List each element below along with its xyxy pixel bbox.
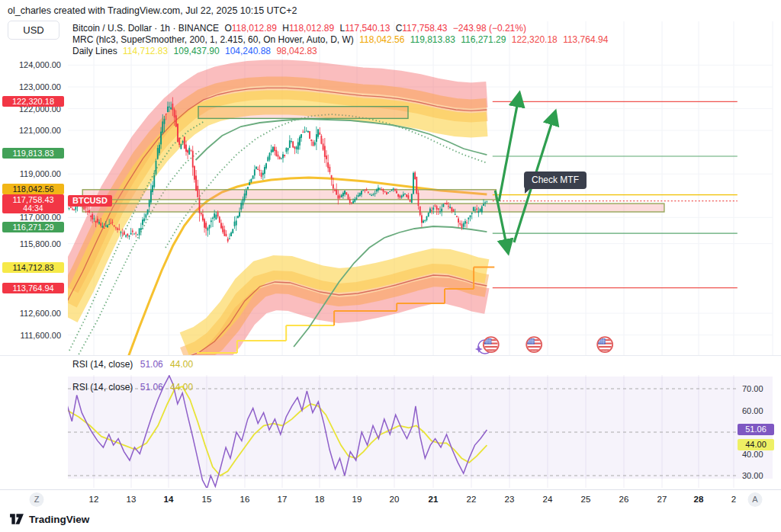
legend-daily-lines-row[interactable]: Daily Lines 114,712.83 109,437.90 104,24… xyxy=(72,46,608,57)
price-tick: 111,600.00 xyxy=(2,331,61,340)
close-value: 117,758.43 xyxy=(402,23,447,34)
price-badge: 118,042.56 xyxy=(2,184,64,194)
tradingview-brand-text[interactable]: TradingView xyxy=(29,514,89,525)
price-tick: 117,000.00 xyxy=(2,213,61,222)
rsi-inpane-label: RSI (14, close) 51.06 44.00 xyxy=(72,382,193,393)
open-label: O xyxy=(224,23,231,34)
price-badge: 117,758.4344:34 xyxy=(2,194,64,213)
rsi-value: 51.06 xyxy=(140,382,163,393)
symbol-price-tag: BTCUSD xyxy=(68,195,112,207)
time-axis-edge-marker[interactable]: A xyxy=(748,492,763,507)
mrc-value: 122,320.18 xyxy=(512,34,558,45)
time-axis-label: 28 xyxy=(694,495,704,504)
time-axis-label: 17 xyxy=(278,495,288,504)
us-flag-event-icon xyxy=(484,337,499,352)
time-axis-label: 20 xyxy=(390,495,400,504)
footer: TradingView xyxy=(9,513,89,525)
mrc-value: 118,042.56 xyxy=(359,34,404,45)
rsi-legend-row[interactable]: RSI (14, close) 51.06 44.00 xyxy=(72,359,193,370)
mrc-value: 119,813.83 xyxy=(410,34,455,45)
price-badge: 122,320.18 xyxy=(2,96,64,107)
time-axis-label: 21 xyxy=(429,495,439,504)
rsi-tick: 70.00 xyxy=(742,384,763,393)
time-axis-label: 24 xyxy=(543,495,553,504)
time-axis-label: 18 xyxy=(315,495,325,504)
time-axis-label: 19 xyxy=(352,495,362,504)
rsi-badge: 51.06 xyxy=(738,424,774,435)
rsi-tick: 30.00 xyxy=(742,471,763,480)
daily-line-value: 109,437.90 xyxy=(174,46,220,56)
daily-lines-title: Daily Lines xyxy=(72,46,117,56)
countdown-timer: 44:34 xyxy=(2,203,64,213)
price-tick: 112,600.00 xyxy=(2,309,61,318)
rsi-tick: 60.00 xyxy=(742,406,763,415)
time-axis-label: 12 xyxy=(89,495,99,504)
high-value: 118,012.89 xyxy=(289,23,334,34)
legend-mrc-row[interactable]: MRC (hlc3, SuperSmoother, 200, 1, 2.415,… xyxy=(72,34,608,46)
daily-line-value: 114,712.83 xyxy=(123,46,168,56)
change-value: −243.98 (−0.21%) xyxy=(453,23,526,34)
time-axis-label: 23 xyxy=(505,495,515,504)
time-axis-label: 14 xyxy=(164,495,174,504)
us-flag-event-icon xyxy=(526,337,542,352)
rsi-badge: 44.00 xyxy=(738,439,774,450)
time-axis-label: 16 xyxy=(240,495,250,504)
price-badge: 116,271.29 xyxy=(2,222,64,232)
time-axis-label: 27 xyxy=(657,495,667,504)
chart-canvas[interactable] xyxy=(0,0,781,532)
low-value: 117,540.13 xyxy=(345,23,390,34)
rsi-value: 51.06 xyxy=(140,359,163,370)
time-axis[interactable]: Z12131415161718192021222324252627282A xyxy=(0,489,781,510)
tradingview-logo-icon[interactable] xyxy=(9,513,24,525)
attribution-text: ol_charles created with TradingView.com,… xyxy=(8,5,297,16)
price-tick: 124,000.00 xyxy=(2,60,61,69)
price-badge: 114,712.83 xyxy=(2,262,64,273)
time-axis-label: 26 xyxy=(619,495,629,504)
check-mtf-tooltip: Check MTF xyxy=(524,171,587,189)
symbol-title: Bitcoin / U.S. Dollar · 1h · BINANCE xyxy=(72,23,219,34)
time-axis-label: 15 xyxy=(202,495,212,504)
rsi-tick: 40.00 xyxy=(742,450,763,459)
price-badge: 119,813.83 xyxy=(2,148,64,159)
rsi-title: RSI (14, close) xyxy=(72,382,133,393)
time-axis-label: 2 xyxy=(731,495,736,504)
rsi-ma-value: 44.00 xyxy=(170,359,193,370)
daily-line-value: 104,240.88 xyxy=(225,46,271,56)
open-value: 118,012.89 xyxy=(232,23,277,34)
time-axis-label: 22 xyxy=(467,495,477,504)
pane-separator[interactable] xyxy=(0,355,781,356)
time-axis-label: 13 xyxy=(127,495,137,504)
rsi-title: RSI (14, close) xyxy=(72,359,133,370)
price-badge: 113,764.94 xyxy=(2,283,64,293)
mrc-value: 116,271.29 xyxy=(461,34,506,45)
tradingview-chart-window: ol_charles created with TradingView.com,… xyxy=(0,0,781,532)
currency-toggle-button[interactable]: USD xyxy=(8,21,59,40)
time-axis-label: 25 xyxy=(581,495,591,504)
high-label: H xyxy=(282,23,289,34)
legend: Bitcoin / U.S. Dollar · 1h · BINANCE O11… xyxy=(72,23,608,57)
legend-symbol-row[interactable]: Bitcoin / U.S. Dollar · 1h · BINANCE O11… xyxy=(72,23,608,34)
price-tick: 123,000.00 xyxy=(2,82,61,91)
time-axis-edge-marker[interactable]: Z xyxy=(30,492,44,507)
rsi-ma-value: 44.00 xyxy=(170,382,193,393)
mrc-value: 113,764.94 xyxy=(563,34,608,45)
price-tick: 115,800.00 xyxy=(2,239,61,248)
daily-line-value: 98,042.83 xyxy=(276,46,317,56)
mrc-title: MRC (hlc3, SuperSmoother, 200, 1, 2.415,… xyxy=(72,34,354,45)
us-flag-event-icon xyxy=(597,337,612,352)
price-tick: 119,000.00 xyxy=(2,169,61,178)
price-tick: 121,000.00 xyxy=(2,126,61,135)
